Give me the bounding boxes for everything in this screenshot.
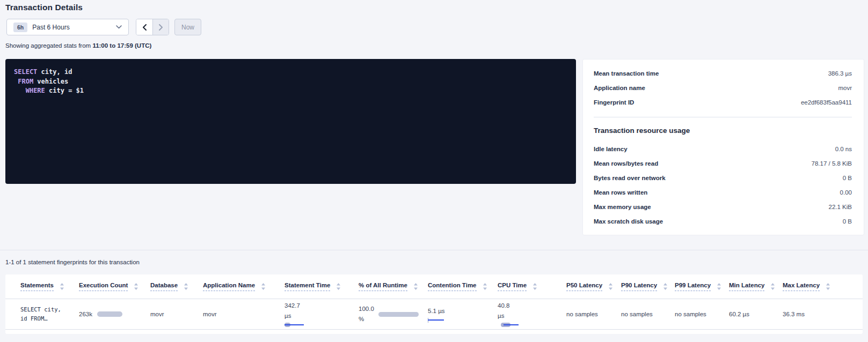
aggregated-stats-note: Showing aggregated stats from 11:00 to 1… xyxy=(5,42,151,49)
table-row: SELECT city, id FROM…263kmovrmovr342.7µs… xyxy=(5,299,863,330)
p50-latency-cell: no samples xyxy=(566,311,621,317)
statement-time-cell: 342.7µs xyxy=(285,301,359,328)
summary-value: 0.0 ns xyxy=(835,146,852,152)
mini-barchart xyxy=(285,323,306,328)
summary-label: Mean rows written xyxy=(594,189,647,196)
summary-row: Idle latency0.0 ns xyxy=(594,142,852,156)
column-header--of-all-runtime: % of All Runtime xyxy=(359,282,428,291)
sql-line: WHERE city = $1 xyxy=(14,86,567,96)
cell-value: 40.8 xyxy=(498,301,566,311)
transaction-summary-card: Mean transaction time386.3 µsApplication… xyxy=(582,59,864,235)
column-header-statements: Statements xyxy=(20,282,79,291)
summary-row: Mean rows/bytes read78.17 / 5.8 KiB xyxy=(594,156,852,170)
column-header-database: Database xyxy=(150,282,203,291)
sort-icon[interactable] xyxy=(533,283,537,290)
cell-unit: µs xyxy=(498,311,566,321)
column-header-contention-time: Contention Time xyxy=(428,282,498,291)
column-header-label[interactable]: P99 Latency xyxy=(675,282,711,291)
cell-value: 263k xyxy=(79,311,92,317)
time-pager xyxy=(136,19,169,35)
summary-divider xyxy=(594,117,852,117)
sort-icon[interactable] xyxy=(826,283,830,290)
cell-value: 100.0 xyxy=(359,304,374,314)
cell-unit: % xyxy=(359,314,374,324)
cell-value: 342.7 xyxy=(285,301,359,311)
sort-icon[interactable] xyxy=(663,283,667,290)
statements-table: StatementsExecution CountDatabaseApplica… xyxy=(5,274,863,334)
max-latency-cell: 36.3 ms xyxy=(783,311,863,317)
column-header-statement-time: Statement Time xyxy=(285,282,359,291)
summary-rows: Mean transaction time386.3 µsApplication… xyxy=(594,66,852,109)
column-header-label[interactable]: Min Latency xyxy=(729,282,764,291)
summary-label: Max memory usage xyxy=(594,204,651,210)
summary-row: Max scratch disk usage0 B xyxy=(594,214,852,228)
statement-text[interactable]: SELECT city, id FROM… xyxy=(20,305,79,323)
summary-label: Fingerprint ID xyxy=(594,99,634,106)
sort-icon[interactable] xyxy=(483,283,487,290)
cell-unit: µs xyxy=(285,311,359,321)
summary-row: Application namemovr xyxy=(594,80,852,95)
time-range-badge: 6h xyxy=(13,23,27,32)
sort-icon[interactable] xyxy=(414,283,418,290)
summary-label: Bytes read over network xyxy=(594,175,666,181)
gray-bar xyxy=(97,311,122,317)
column-header-label[interactable]: Statement Time xyxy=(285,282,330,291)
column-header-label[interactable]: Max Latency xyxy=(783,282,820,291)
sort-icon[interactable] xyxy=(60,283,64,290)
prev-time-button[interactable] xyxy=(136,19,152,35)
sort-icon[interactable] xyxy=(609,283,612,290)
execution-count-cell: 263k xyxy=(79,311,150,317)
table-header-row: StatementsExecution CountDatabaseApplica… xyxy=(5,274,863,299)
page-title: Transaction Details xyxy=(5,3,83,12)
column-header-p99-latency: P99 Latency xyxy=(675,282,729,291)
summary-value: 0.00 xyxy=(840,189,852,196)
summary-row: Mean transaction time386.3 µs xyxy=(594,66,852,80)
column-header-label[interactable]: Application Name xyxy=(203,282,255,291)
column-header-label[interactable]: Contention Time xyxy=(428,282,477,291)
chevron-left-icon xyxy=(142,24,147,31)
time-range-dropdown[interactable]: 6h Past 6 Hours xyxy=(6,19,129,35)
mini-bar-line xyxy=(428,319,444,321)
resource-usage-rows: Idle latency0.0 nsMean rows/bytes read78… xyxy=(594,142,852,228)
column-header-label[interactable]: P50 Latency xyxy=(566,282,602,291)
sort-icon[interactable] xyxy=(184,283,188,290)
column-header-application-name: Application Name xyxy=(203,282,285,291)
sql-line: SELECT city, id xyxy=(14,68,567,77)
summary-row: Max memory usage22.1 KiB xyxy=(594,199,852,214)
summary-value: 386.3 µs xyxy=(828,70,852,77)
pct-runtime-cell: 100.0% xyxy=(359,304,428,324)
chevron-down-icon xyxy=(116,25,122,29)
column-header-label[interactable]: % of All Runtime xyxy=(359,282,407,291)
p99-latency-cell: no samples xyxy=(675,311,729,317)
cpu-time-cell: 40.8µs xyxy=(498,301,566,328)
column-header-execution-count: Execution Count xyxy=(79,282,150,291)
column-header-label[interactable]: P90 Latency xyxy=(621,282,657,291)
mini-bar-line xyxy=(285,324,304,325)
cell-value: 5.1 µs xyxy=(428,306,498,316)
summary-value: ee2df683f5aa9411 xyxy=(801,99,852,106)
summary-label: Application name xyxy=(594,85,645,91)
chevron-right-icon xyxy=(159,24,163,31)
sort-icon[interactable] xyxy=(771,283,775,290)
sql-line: FROM vehicles xyxy=(14,77,567,87)
now-button[interactable]: Now xyxy=(174,19,201,35)
p90-latency-cell: no samples xyxy=(621,311,675,317)
statement-link[interactable]: SELECT city, id FROM… xyxy=(20,305,79,323)
summary-value: 0 B xyxy=(843,218,852,225)
column-header-p50-latency: P50 Latency xyxy=(566,282,621,291)
summary-label: Idle latency xyxy=(594,146,628,152)
sort-icon[interactable] xyxy=(134,283,138,290)
column-header-label[interactable]: CPU Time xyxy=(498,282,527,291)
database-cell: movr xyxy=(150,311,203,317)
summary-value: 22.1 KiB xyxy=(829,204,852,210)
column-header-label[interactable]: Statements xyxy=(20,282,54,291)
mini-barchart xyxy=(428,318,445,323)
summary-label: Mean rows/bytes read xyxy=(594,160,658,167)
sort-icon[interactable] xyxy=(717,283,721,290)
column-header-label[interactable]: Execution Count xyxy=(79,282,128,291)
column-header-label[interactable]: Database xyxy=(150,282,178,291)
sort-icon[interactable] xyxy=(337,283,340,290)
next-time-button[interactable] xyxy=(152,19,169,35)
mini-bar-line xyxy=(504,324,519,325)
sort-icon[interactable] xyxy=(261,283,265,290)
